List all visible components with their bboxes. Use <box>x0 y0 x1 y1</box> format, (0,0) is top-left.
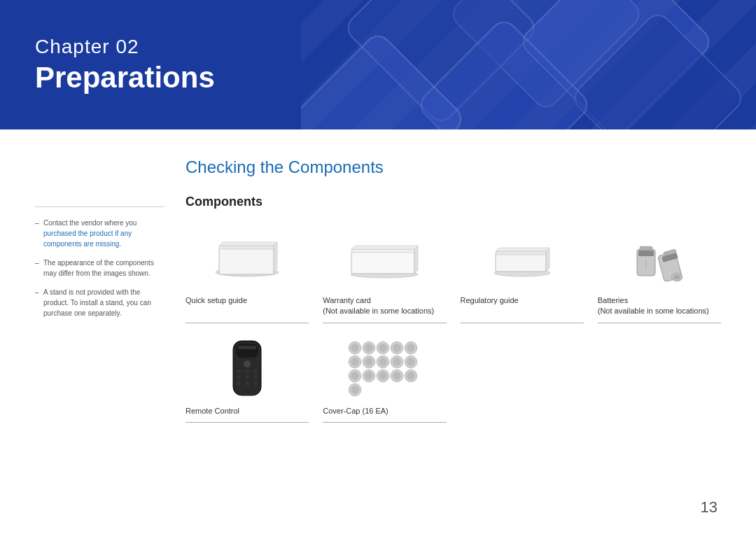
regulatory-label: Regulatory guide <box>461 295 584 306</box>
svg-marker-9 <box>351 246 418 249</box>
header-banner: Chapter 02 Preparations <box>0 0 756 129</box>
svg-rect-12 <box>496 251 546 255</box>
cover-cap-icon <box>342 337 426 400</box>
svg-marker-3 <box>274 242 277 272</box>
svg-marker-4 <box>219 242 277 246</box>
chapter-label: Chapter 02 <box>35 36 215 58</box>
svg-point-27 <box>244 360 251 367</box>
quick-setup-divider <box>186 323 309 323</box>
cover-cap-image <box>323 337 446 400</box>
svg-point-55 <box>393 358 400 365</box>
sidebar-note-1: Contact the vendor where you purchased t… <box>35 218 164 249</box>
svg-point-59 <box>351 372 358 379</box>
warranty-image <box>323 227 446 290</box>
svg-rect-17 <box>638 251 654 256</box>
svg-rect-16 <box>640 246 652 251</box>
geo-decorations <box>301 0 756 129</box>
sidebar-note-2: The appearance of the components may dif… <box>35 258 164 279</box>
components-grid-row1: Quick setup guide Warra <box>186 227 721 323</box>
svg-point-65 <box>393 372 400 379</box>
warranty-divider <box>323 323 446 323</box>
content-area: Checking the Components Components <box>186 150 721 423</box>
chapter-title: Preparations <box>35 61 215 94</box>
svg-point-41 <box>365 344 372 351</box>
batteries-image <box>598 227 721 290</box>
component-cover-cap: Cover-Cap (16 EA) <box>323 337 446 423</box>
svg-marker-8 <box>414 246 418 274</box>
svg-point-43 <box>379 344 386 351</box>
svg-rect-37 <box>238 346 256 349</box>
header-text: Chapter 02 Preparations <box>35 36 215 94</box>
section-title: Checking the Components <box>186 157 721 177</box>
batteries-divider <box>598 323 721 323</box>
remote-image <box>186 337 309 400</box>
svg-point-51 <box>365 358 372 365</box>
svg-marker-14 <box>496 248 550 251</box>
svg-point-49 <box>351 358 358 365</box>
sidebar-notes: Contact the vendor where you purchased t… <box>35 218 164 318</box>
warranty-icon <box>346 234 423 283</box>
component-batteries: Batteries (Not available in some locatio… <box>598 227 721 323</box>
remote-icon <box>219 337 275 400</box>
quick-setup-image <box>186 227 309 290</box>
svg-rect-11 <box>496 253 546 272</box>
cover-cap-label: Cover-Cap (16 EA) <box>323 406 446 416</box>
svg-point-61 <box>365 372 372 379</box>
svg-point-39 <box>351 344 358 351</box>
svg-point-36 <box>253 381 258 386</box>
svg-point-45 <box>393 344 400 351</box>
svg-point-47 <box>407 344 414 351</box>
sidebar: Contact the vendor where you purchased t… <box>35 150 164 423</box>
component-remote: Remote Control <box>186 337 309 423</box>
remote-label: Remote Control <box>186 406 309 416</box>
remote-divider <box>186 422 309 423</box>
svg-rect-6 <box>351 251 414 274</box>
regulatory-icon <box>487 234 557 283</box>
regulatory-divider <box>461 323 584 323</box>
regulatory-image <box>461 227 584 290</box>
svg-rect-2 <box>219 246 274 249</box>
main-content: Contact the vendor where you purchased t… <box>0 129 756 444</box>
svg-marker-13 <box>546 248 550 272</box>
svg-point-53 <box>379 358 386 365</box>
svg-point-30 <box>253 369 258 373</box>
svg-point-63 <box>379 372 386 379</box>
svg-point-67 <box>407 372 414 379</box>
component-quick-setup: Quick setup guide <box>186 227 309 323</box>
svg-point-29 <box>245 369 249 373</box>
sub-section-title: Components <box>186 195 721 209</box>
component-warranty: Warranty card (Not available in some loc… <box>323 227 446 323</box>
component-regulatory: Regulatory guide <box>461 227 584 323</box>
components-grid-row2: Remote Control <box>186 337 721 423</box>
svg-point-23 <box>674 275 680 279</box>
quick-setup-label: Quick setup guide <box>186 295 309 306</box>
quick-setup-icon <box>212 234 282 283</box>
warranty-label: Warranty card (Not available in some loc… <box>323 295 446 317</box>
svg-point-57 <box>407 358 414 365</box>
svg-point-69 <box>351 386 358 393</box>
svg-point-31 <box>237 375 241 379</box>
svg-point-32 <box>245 375 249 379</box>
sidebar-divider <box>35 206 164 207</box>
svg-point-28 <box>237 369 241 373</box>
svg-rect-7 <box>351 249 414 253</box>
page-number: 13 <box>701 498 718 517</box>
sidebar-note-3: A stand is not provided with the product… <box>35 287 164 318</box>
svg-point-35 <box>245 381 249 386</box>
batteries-label: Batteries (Not available in some locatio… <box>598 295 721 317</box>
svg-rect-1 <box>219 248 274 274</box>
cover-cap-divider <box>323 422 446 423</box>
batteries-icon <box>624 234 694 283</box>
svg-point-34 <box>237 381 241 386</box>
svg-point-33 <box>253 375 258 379</box>
